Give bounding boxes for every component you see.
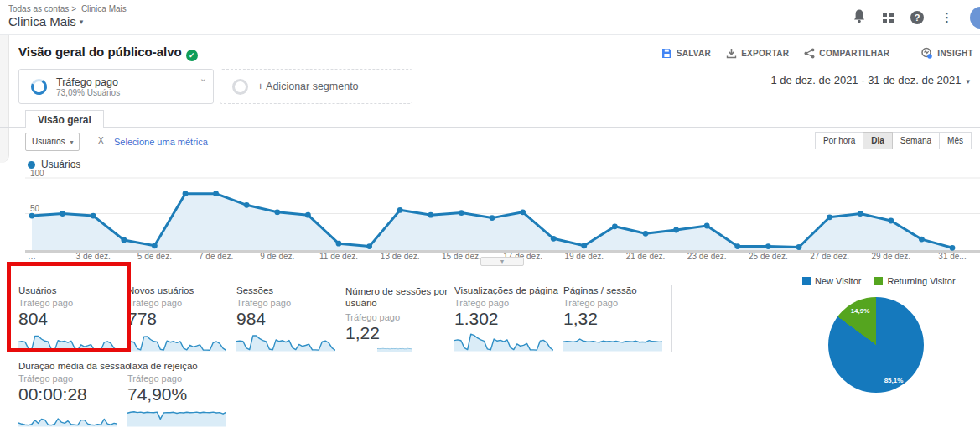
breadcrumb-separator: > <box>71 4 76 13</box>
card-title: Usuários <box>18 285 122 295</box>
report-actions: SALVAR EXPORTAR COMPARTILHAR INSIGHT <box>661 46 973 60</box>
share-button[interactable]: COMPARTILHAR <box>804 48 889 59</box>
add-segment-chip[interactable]: + Adicionar segmento <box>220 69 412 104</box>
card-visualizacoes[interactable]: Visualizações de página Tráfego pago 1.3… <box>454 285 563 352</box>
card-title: Número de sessões por usuário <box>345 285 449 310</box>
chevron-down-icon: ▾ <box>966 77 970 86</box>
granularity-month-button[interactable]: Mês <box>940 132 972 149</box>
legend-item-returning-visitor: Returning Visitor <box>874 276 955 286</box>
collapse-chart-icon[interactable]: ▼ <box>480 257 524 266</box>
users-line-chart[interactable] <box>0 172 980 256</box>
metric-selected: Usuários <box>32 137 65 146</box>
card-value: 984 <box>236 309 340 329</box>
card-segment: Tráfego pago <box>345 312 449 322</box>
x-axis-tick: 23 de dez. <box>687 252 727 261</box>
card-title: Sessões <box>236 285 340 295</box>
granularity-week-button[interactable]: Semana <box>893 132 940 149</box>
card-sessoes-por-usuario[interactable]: Número de sessões por usuário Tráfego pa… <box>345 285 454 352</box>
card-taxa-rejeicao[interactable]: Taxa de rejeição Tráfego pago 74,90% <box>127 361 236 428</box>
metric-dropdown[interactable]: Usuários▾ <box>25 133 80 151</box>
x-axis-tick: 27 de dez. <box>810 252 849 261</box>
card-segment: Tráfego pago <box>563 298 666 308</box>
export-button[interactable]: EXPORTAR <box>726 48 789 59</box>
page-title: Visão geral do público-alvo✓ <box>18 44 198 61</box>
select-metric-link[interactable]: Selecione uma métrica <box>114 137 208 147</box>
segment-donut-icon <box>30 78 48 96</box>
card-title: Páginas / sessão <box>563 285 666 295</box>
sparkline <box>127 406 226 428</box>
granularity-day-button[interactable]: Dia <box>863 132 893 149</box>
ga-audience-overview-screen: Todas as contas> Clinica Mais Clinica Ma… <box>0 0 980 428</box>
card-duracao-media[interactable]: Duração média da sessão Tráfego pago 00:… <box>18 361 127 428</box>
avatar[interactable] <box>970 7 980 29</box>
card-sessoes[interactable]: Sessões Tráfego pago 984 <box>236 285 345 352</box>
x-axis-tick: 7 de dez. <box>199 252 233 261</box>
x-axis-tick: 19 de dez. <box>564 252 604 261</box>
card-title: Duração média da sessão <box>18 361 122 371</box>
x-axis-tick: 3 de dez. <box>76 252 111 261</box>
save-button[interactable]: SALVAR <box>661 48 711 59</box>
card-value: 778 <box>127 309 231 329</box>
card-title: Visualizações de página <box>454 285 557 295</box>
metric-cards-row-2: Duração média da sessão Tráfego pago 00:… <box>18 361 236 428</box>
card-title: Taxa de rejeição <box>127 361 231 371</box>
card-value: 74,90% <box>127 384 231 405</box>
sparkline <box>18 331 117 352</box>
x-axis-tick: 25 de dez. <box>749 252 788 261</box>
tab-bar: Visão geral <box>0 110 980 128</box>
card-segment: Tráfego pago <box>18 298 122 308</box>
chevron-down-icon[interactable]: ⌄ <box>200 73 207 84</box>
sparkline <box>454 331 553 352</box>
apps-grid-icon[interactable] <box>883 13 894 23</box>
card-novos-usuarios[interactable]: Novos usuários Tráfego pago 778 <box>127 285 236 352</box>
remove-metric-button[interactable]: X <box>98 136 104 145</box>
save-icon <box>661 48 672 59</box>
legend-swatch-icon <box>874 277 883 285</box>
card-segment: Tráfego pago <box>454 298 557 308</box>
legend-swatch-icon <box>802 277 811 285</box>
card-usuarios[interactable]: Usuários Tráfego pago 804 <box>18 285 127 352</box>
overflow-menu-icon[interactable]: ⋮ <box>941 10 953 25</box>
account-name: Clinica Mais <box>8 14 76 29</box>
divider <box>905 46 905 60</box>
x-axis-tick: 29 de dez. <box>871 252 910 261</box>
x-axis-tick: 15 de dez. <box>442 252 481 261</box>
download-icon <box>726 48 737 59</box>
verified-badge-icon: ✓ <box>186 50 198 61</box>
account-selector[interactable]: Clinica Mais▾ <box>8 14 83 29</box>
x-axis-tick: 9 de dez. <box>260 252 294 261</box>
granularity-hourly-button[interactable]: Por hora <box>815 132 863 149</box>
card-value: 804 <box>18 309 122 329</box>
tab-visao-geral[interactable]: Visão geral <box>25 110 104 128</box>
sparkline <box>563 331 662 352</box>
card-paginas-sessao[interactable]: Páginas / sessão Tráfego pago 1,32 <box>563 285 672 352</box>
pie-legend: New Visitor Returning Visitor <box>802 276 956 286</box>
insights-button[interactable]: INSIGHT <box>920 47 973 59</box>
x-axis-tick: 13 de dez. <box>381 252 420 261</box>
segment-chip-trafego-pago[interactable]: Tráfego pago 73,09% Usuários ⌄ <box>18 69 214 104</box>
card-segment: Tráfego pago <box>127 298 231 308</box>
segment-name: Tráfego pago <box>56 76 118 88</box>
insights-icon <box>920 47 933 59</box>
legend-label: Usuários <box>41 159 80 170</box>
chevron-down-icon: ▾ <box>70 138 73 146</box>
x-axis-tick: 31 de... <box>938 252 966 261</box>
card-value: 1.302 <box>454 309 557 329</box>
date-range-picker[interactable]: 1 de dez. de 2021 - 31 de dez. de 2021▾ <box>771 74 971 86</box>
x-axis-tick: … <box>28 252 36 261</box>
segment-detail: 73,09% Usuários <box>56 88 120 97</box>
help-icon[interactable]: ? <box>910 11 924 24</box>
granularity-toggle: Por hora Dia Semana Mês <box>815 132 972 149</box>
chevron-down-icon: ▾ <box>80 18 84 26</box>
y-axis-tick: 50 <box>30 204 39 213</box>
x-axis-tick: 21 de dez. <box>626 252 666 261</box>
sparkline <box>18 406 117 428</box>
legend-item-new-visitor: New Visitor <box>802 276 861 286</box>
card-title: Novos usuários <box>127 285 231 295</box>
collapsed-nav-edge <box>0 35 9 163</box>
breadcrumb-all-accounts[interactable]: Todas as contas <box>8 4 69 13</box>
breadcrumb-account[interactable]: Clinica Mais <box>81 4 127 13</box>
date-range-text: 1 de dez. de 2021 - 31 de dez. de 2021 <box>771 74 962 86</box>
breadcrumb: Todas as contas> Clinica Mais <box>8 4 129 13</box>
notifications-bell-icon[interactable] <box>853 8 866 27</box>
